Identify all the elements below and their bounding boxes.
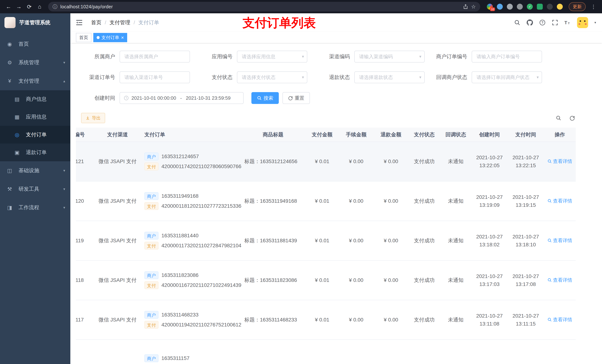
cell-amount: ¥ 0.01 [305,300,339,340]
update-button[interactable]: 更新 [569,2,586,11]
sidebar-item-payment[interactable]: ¥ 支付管理 ▴ [0,72,70,90]
sidebar-item-app-info[interactable]: ▦ 应用信息 [0,108,70,126]
cell-status [408,340,440,364]
cell-notify: 未通知 [440,260,471,300]
refresh-icon [288,96,293,100]
field-label: 支付状态 [193,74,233,81]
merchant-order-no-field[interactable] [472,51,542,62]
channel-code-input[interactable] [354,51,425,62]
merchant-card-icon: ▤ [14,96,20,102]
cell-pay-order: 商户 1635311949168 支付 42000011812021102777… [141,181,241,221]
home-icon[interactable]: ⌂ [35,2,44,11]
forward-icon[interactable]: → [14,2,24,11]
breadcrumb-payment[interactable]: 支付管理 [110,19,130,26]
user-menu-caret-icon[interactable]: ▾ [594,21,596,25]
sidebar-item-home[interactable]: ◉ 首页 [0,35,70,53]
channel-code-select[interactable]: ▾ [354,51,425,62]
address-bar[interactable]: ⓘ localhost:1024/pay/order ☆ [48,2,480,11]
search-icon[interactable] [514,20,520,26]
sidebar-item-workflow[interactable]: ◨ 工作流程 ▾ [0,198,70,217]
table-row[interactable]: 商户 1635311157 [76,340,576,364]
profile-avatar-icon[interactable] [557,4,563,10]
app-no-select-input[interactable] [237,51,307,62]
view-detail-link[interactable]: 查看详情 [547,198,572,204]
cell-channel [94,340,141,364]
notify-status-select[interactable]: ▾ [472,71,542,83]
payment-submenu: ▤ 商户信息 ▦ 应用信息 ◎ 支付订单 ▣ 退款订单 [0,90,70,161]
table-row[interactable]: 117 微信 JSAPI 支付 商户 1635311468233 支付 4200… [76,300,576,340]
pay-status-input[interactable] [237,71,307,83]
back-icon[interactable]: ← [4,2,13,11]
search-button[interactable]: 搜索 [251,92,279,104]
help-icon[interactable]: ? [539,20,546,26]
merchant-select[interactable] [119,51,190,62]
sidebar-item-infra[interactable]: ◫ 基础设施 ▾ [0,161,70,180]
reset-button[interactable]: 重置 [282,92,310,104]
view-detail-link[interactable]: 查看详情 [547,316,572,323]
site-info-icon[interactable]: ⓘ [53,3,57,10]
cell-create-time: 2021-10-27 13:17:03 [471,260,508,300]
extension-icon[interactable]: 10 [487,4,493,10]
cell-pay-order: 商户 1635311157 [141,340,241,364]
extension-icon[interactable] [547,4,553,10]
table-row[interactable]: 121 微信 JSAPI 支付 商户 1635312124657 支付 4200… [76,142,576,181]
search-toggle-icon[interactable] [556,115,561,121]
cell-actions: 查看详情 [544,260,576,300]
table-row[interactable]: 118 微信 JSAPI 支付 商户 1635311823086 支付 4200… [76,260,576,300]
merchant-select-input[interactable] [119,51,190,62]
table-row[interactable]: 119 微信 JSAPI 支付 商户 1635311881440 支付 4200… [76,221,576,260]
refund-status-input[interactable] [354,71,425,83]
cell-fee: ¥ 0.00 [339,260,374,300]
app-grid-icon: ▦ [14,114,20,120]
extension-icon[interactable] [497,4,503,10]
cell-id: 118 [76,260,94,300]
channel-order-no: 4200001194202110276752100612 [161,322,241,328]
sidebar-item-pay-order[interactable]: ◎ 支付订单 [0,126,70,144]
pay-tag: 支付 [144,321,159,329]
view-detail-link[interactable]: 查看详情 [547,158,572,165]
sidebar-item-devtools[interactable]: ⚒ 研发工具 ▾ [0,180,70,198]
close-icon[interactable]: × [121,35,124,40]
sidebar-item-merchant-info[interactable]: ▤ 商户信息 [0,90,70,108]
field-label: 商户订单编号 [428,53,467,60]
extension-icon[interactable] [537,4,543,10]
user-avatar[interactable] [577,17,588,28]
pay-tag: 支付 [144,163,159,170]
share-icon[interactable] [463,4,468,9]
sidebar-item-refund-order[interactable]: ▣ 退款订单 [0,144,70,161]
refund-status-select[interactable]: ▾ [354,71,425,83]
extension-icon[interactable] [507,4,513,10]
cell-notify: 未通知 [440,221,471,260]
pay-tag: 支付 [144,202,159,210]
merchant-order-no-input[interactable] [472,51,542,62]
bookmark-star-icon[interactable]: ☆ [471,4,476,10]
extension-icon[interactable]: ✓ [527,4,533,10]
create-time-range-picker[interactable]: 2021-10-01 00:00:00 - 2021-10-31 23:59:5… [119,92,244,104]
view-detail-link[interactable]: 查看详情 [547,277,572,283]
date-end: 2021-10-31 23:59:59 [186,95,230,101]
channel-order-no-input[interactable] [119,71,190,83]
extension-icon[interactable] [517,4,523,10]
font-size-icon[interactable]: TT [564,20,571,26]
pay-status-select[interactable]: ▾ [237,71,307,83]
github-icon[interactable] [527,20,533,26]
app-no-select[interactable]: ▾ [237,51,307,62]
fullscreen-icon[interactable] [552,20,558,26]
sidebar-item-system[interactable]: ⚙ 系统管理 ▾ [0,53,70,72]
page: ← → ⟳ ⌂ ⓘ localhost:1024/pay/order ☆ 10 … [0,0,602,364]
field-label: 回调商户状态 [428,74,467,81]
breadcrumb-home[interactable]: 首页 [91,19,101,26]
tab-home[interactable]: 首页 [76,33,91,42]
tab-pay-order[interactable]: 支付订单 × [93,33,127,42]
column-header: 支付渠道 [94,128,141,142]
column-header: 支付状态 [408,128,440,142]
browser-menu-icon[interactable]: ⋮ [589,2,598,11]
reload-icon[interactable]: ⟳ [24,2,34,11]
notify-status-input[interactable] [472,71,542,83]
refresh-table-icon[interactable] [570,115,575,121]
collapse-sidebar-icon[interactable] [76,19,83,26]
table-row[interactable]: 120 微信 JSAPI 支付 商户 1635311949168 支付 4200… [76,181,576,221]
view-detail-link[interactable]: 查看详情 [547,237,572,244]
export-button[interactable]: 导出 [81,113,105,123]
channel-order-no-field[interactable] [119,71,190,83]
